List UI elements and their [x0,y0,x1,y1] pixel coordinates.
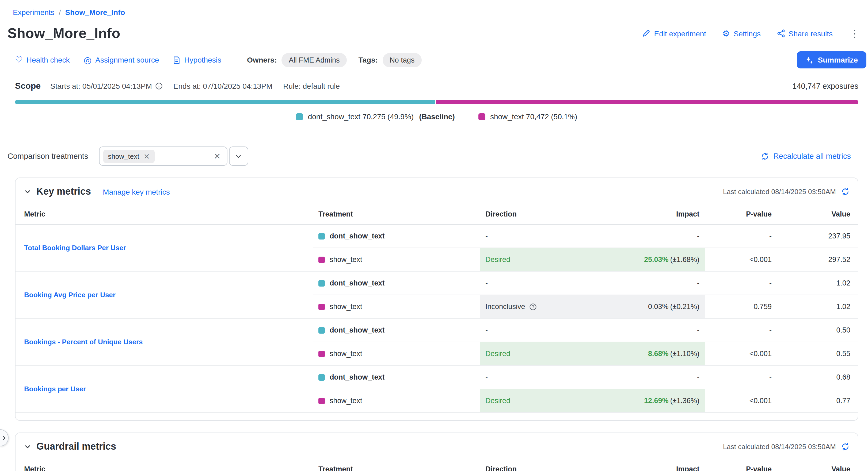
recalculate-all-metrics-link[interactable]: Recalculate all metrics [761,152,851,160]
tags-chip[interactable]: No tags [383,53,422,67]
health-check-label: Health check [27,56,70,64]
page-title: Show_More_Info [7,25,120,42]
split-legend: dont_show_text 70,275 (49.9%) (Baseline)… [15,112,858,121]
comparison-treatments-row: Comparison treatments show_text × × Reca… [7,146,858,166]
chevron-right-icon [1,435,7,441]
direction-cell: - [480,271,619,295]
guardrail-metrics-table: Metric Treatment Direction Impact P-valu… [16,459,858,471]
direction-cell: Inconclusive [480,295,619,318]
treatment-chip[interactable]: show_text × [103,149,155,163]
edit-experiment-label: Edit experiment [654,29,706,38]
last-calculated-text: Last calculated 08/14/2025 03:50AM [723,188,836,196]
breadcrumb-experiments-link[interactable]: Experiments [13,8,55,16]
hypothesis-link[interactable]: Hypothesis [173,56,221,64]
refresh-icon[interactable] [841,443,849,451]
treatment-color-swatch [478,113,485,120]
collapse-key-metrics-icon[interactable] [24,188,31,195]
legend-item-baseline: dont_show_text 70,275 (49.9%) (Baseline) [296,112,455,121]
breadcrumb-current-link[interactable]: Show_More_Info [65,8,125,16]
legend-baseline-label: dont_show_text 70,275 (49.9%) [308,112,414,121]
p-value-cell: - [705,365,777,389]
question-circle-icon[interactable] [529,303,537,310]
direction-cell: - [480,318,619,342]
treatment-color-swatch [318,233,325,239]
info-icon[interactable] [155,82,163,90]
treatment-color-swatch [318,256,325,263]
select-dropdown-button[interactable] [229,146,248,166]
baseline-bar-segment [15,100,435,104]
breadcrumb: Experiments / Show_More_Info [13,8,858,16]
column-header-value: Value [777,204,858,224]
direction-cell: - [480,365,619,389]
summarize-button[interactable]: Summarize [797,51,866,68]
key-metrics-header: Key metrics Manage key metrics Last calc… [16,178,858,204]
key-metrics-table: Metric Treatment Direction Impact P-valu… [16,204,858,413]
sparkle-icon [806,56,814,64]
treatment-color-swatch [318,374,325,380]
edit-experiment-button[interactable]: Edit experiment [643,29,706,38]
heart-icon: ♡ [15,56,23,64]
direction-cell: - [480,224,619,248]
assignment-source-link[interactable]: ◎ Assignment source [84,55,159,64]
title-actions: Edit experiment ⚙ Settings Share results… [643,29,861,38]
legend-item-treatment: show_text 70,472 (50.1%) [478,112,577,121]
manage-key-metrics-link[interactable]: Manage key metrics [103,188,170,196]
metric-link[interactable]: Bookings per User [24,385,86,393]
guardrail-metrics-section: Guardrail metrics Last calculated 08/14/… [15,433,858,471]
key-metrics-section: Key metrics Manage key metrics Last calc… [15,177,858,421]
comparison-treatments-label: Comparison treatments [7,152,88,160]
more-options-button[interactable]: ⋮ [849,29,861,38]
p-value-cell: <0.001 [705,389,777,412]
guardrail-metrics-title: Guardrail metrics [36,441,116,452]
pencil-icon [643,29,650,37]
refresh-icon[interactable] [841,188,849,196]
owners-chip[interactable]: All FME Admins [282,53,347,67]
table-row: Bookings - Percent of Unique Users dont_… [16,318,858,342]
value-cell: 297.52 [777,248,858,271]
table-row: Booking Avg Price per User dont_show_tex… [16,271,858,295]
tags-label: Tags: [359,56,378,64]
recalculate-label: Recalculate all metrics [773,152,851,160]
column-header-direction: Direction [480,459,619,471]
column-header-impact: Impact [619,459,705,471]
chevron-down-icon [235,153,242,160]
health-check-link[interactable]: ♡ Health check [15,56,70,64]
p-value-cell: - [705,318,777,342]
refresh-icon [761,152,769,160]
treatment-name: show_text [330,303,362,311]
share-results-label: Share results [788,29,833,38]
collapse-guardrail-metrics-icon[interactable] [24,443,31,450]
direction-cell: Desired [480,342,619,365]
column-header-treatment: Treatment [313,204,480,224]
p-value-cell: - [705,224,777,248]
treatment-name: dont_show_text [330,373,385,381]
value-cell: 1.02 [777,271,858,295]
treatment-bar-segment [436,100,858,104]
metric-link[interactable]: Bookings - Percent of Unique Users [24,338,143,346]
impact-cell: 12.69%(±1.36%) [619,389,705,412]
scope-title: Scope [15,81,41,91]
column-header-p-value: P-value [705,204,777,224]
toolbar: ♡ Health check ◎ Assignment source Hypot… [15,51,866,68]
value-cell: 0.55 [777,342,858,365]
exposures-count: 140,747 exposures [792,82,858,90]
baseline-color-swatch [296,113,303,120]
comparison-treatments-select[interactable]: show_text × × [99,146,227,166]
metric-link[interactable]: Booking Avg Price per User [24,291,116,299]
rule: Rule: default rule [283,82,340,90]
treatment-name: dont_show_text [330,232,385,240]
treatment-split-bar [15,100,858,104]
impact-cell: 0.03%(±0.21%) [619,295,705,318]
impact-cell: - [619,365,705,389]
column-header-value: Value [777,459,858,471]
table-row: Total Booking Dollars Per User dont_show… [16,224,858,248]
share-results-button[interactable]: Share results [777,29,833,38]
clear-selection-icon[interactable]: × [214,152,221,160]
column-header-impact: Impact [619,204,705,224]
impact-cell: - [619,318,705,342]
direction-cell: Desired [480,389,619,412]
remove-chip-icon[interactable]: × [144,153,150,160]
metric-link[interactable]: Total Booking Dollars Per User [24,244,126,252]
value-cell: 0.68 [777,365,858,389]
settings-button[interactable]: ⚙ Settings [722,29,761,38]
